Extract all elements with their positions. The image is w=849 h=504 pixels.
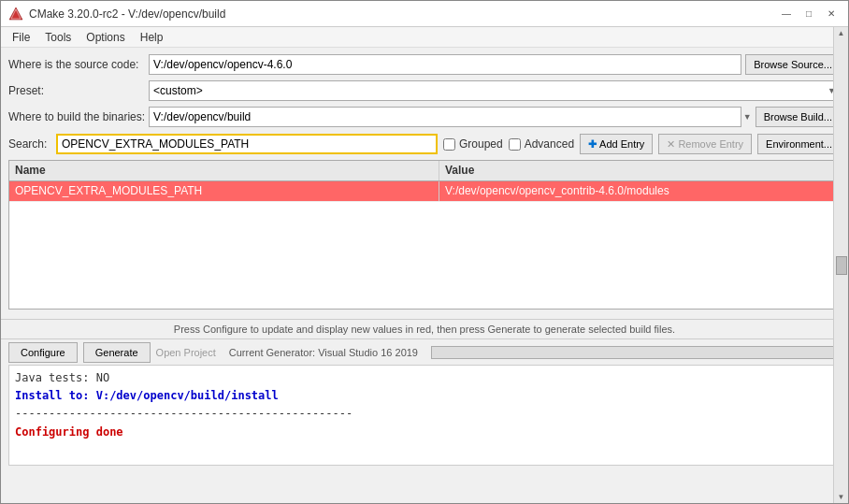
configure-button[interactable]: Configure bbox=[8, 342, 78, 363]
cmake-logo-icon bbox=[8, 7, 23, 22]
output-line-4: ----------------------------------------… bbox=[15, 405, 834, 423]
menu-tools[interactable]: Tools bbox=[37, 29, 79, 45]
open-project-label: Open Project bbox=[156, 347, 216, 358]
build-dropdown-arrow[interactable]: ▼ bbox=[743, 112, 752, 122]
preset-dropdown[interactable]: <custom> ▼ bbox=[149, 80, 841, 101]
search-label: Search: bbox=[8, 137, 50, 151]
vertical-scrollbar[interactable]: ▲ ▼ bbox=[833, 48, 848, 503]
minimize-button[interactable]: — bbox=[777, 7, 796, 22]
grouped-checkbox-group: Grouped bbox=[443, 137, 503, 151]
table-header-value: Value bbox=[439, 161, 840, 180]
table-cell-name: OPENCV_EXTRA_MODULES_PATH bbox=[9, 181, 439, 201]
menu-options[interactable]: Options bbox=[79, 29, 132, 45]
progress-bar bbox=[431, 346, 841, 359]
status-bar: Press Configure to update and display ne… bbox=[1, 319, 848, 338]
grouped-checkbox[interactable] bbox=[443, 138, 455, 151]
status-message: Press Configure to update and display ne… bbox=[174, 324, 675, 335]
add-entry-label: Add Entry bbox=[599, 138, 644, 150]
output-line-6: Configuring done bbox=[15, 424, 834, 441]
menu-bar: File Tools Options Help bbox=[1, 27, 848, 48]
advanced-checkbox-group: Advanced bbox=[509, 137, 574, 151]
window-controls: — □ ✕ bbox=[777, 7, 841, 22]
app-window: CMake 3.20.0-rc2 - V:/dev/opencv/build —… bbox=[0, 0, 849, 504]
add-entry-button[interactable]: ✚ Add Entry bbox=[580, 134, 653, 154]
generate-button[interactable]: Generate bbox=[83, 342, 151, 363]
table-row[interactable]: OPENCV_EXTRA_MODULES_PATH V:/dev/opencv/… bbox=[9, 181, 840, 202]
preset-row: Preset: <custom> ▼ bbox=[8, 79, 841, 102]
toolbar-row: Search: Grouped Advanced ✚ Add Entry ✕ R… bbox=[8, 132, 841, 156]
output-line-3: Install to: V:/dev/opencv/build/install bbox=[15, 387, 834, 405]
build-row: Where to build the binaries: ▼ Browse Bu… bbox=[8, 106, 841, 128]
table-header-name: Name bbox=[9, 161, 439, 180]
form-area: Where is the source code: Browse Source.… bbox=[1, 48, 848, 315]
menu-file[interactable]: File bbox=[5, 29, 37, 45]
search-input[interactable] bbox=[56, 134, 438, 154]
variables-table: Name Value OPENCV_EXTRA_MODULES_PATH V:/… bbox=[8, 160, 841, 310]
remove-entry-button[interactable]: ✕ Remove Entry bbox=[658, 134, 752, 154]
scroll-thumb[interactable] bbox=[836, 256, 847, 275]
advanced-label: Advanced bbox=[525, 137, 574, 151]
source-input[interactable] bbox=[149, 54, 741, 75]
source-row: Where is the source code: Browse Source.… bbox=[8, 53, 841, 76]
advanced-checkbox[interactable] bbox=[509, 138, 521, 151]
remove-entry-label: Remove Entry bbox=[678, 138, 743, 150]
environment-button[interactable]: Environment... bbox=[757, 134, 841, 154]
close-button[interactable]: ✕ bbox=[822, 7, 841, 22]
table-header: Name Value bbox=[9, 161, 840, 181]
title-bar: CMake 3.20.0-rc2 - V:/dev/opencv/build —… bbox=[1, 1, 848, 27]
output-line-1: Java tests: NO bbox=[15, 369, 834, 387]
scroll-down-icon[interactable]: ▼ bbox=[838, 493, 845, 501]
maximize-button[interactable]: □ bbox=[799, 7, 818, 22]
table-cell-value: V:/dev/opencv/opencv_contrib-4.6.0/modul… bbox=[439, 181, 840, 201]
title-bar-left: CMake 3.20.0-rc2 - V:/dev/opencv/build bbox=[8, 7, 225, 22]
plus-icon: ✚ bbox=[588, 138, 597, 151]
window-title: CMake 3.20.0-rc2 - V:/dev/opencv/build bbox=[29, 7, 225, 21]
browse-source-button[interactable]: Browse Source... bbox=[745, 54, 841, 75]
grouped-label: Grouped bbox=[459, 137, 503, 151]
main-content: Where is the source code: Browse Source.… bbox=[1, 48, 848, 503]
source-label: Where is the source code: bbox=[8, 58, 149, 71]
preset-value: <custom> bbox=[153, 84, 203, 97]
browse-build-button[interactable]: Browse Build... bbox=[755, 107, 841, 127]
preset-label: Preset: bbox=[8, 84, 149, 97]
output-panel: Java tests: NO Install to: V:/dev/opencv… bbox=[8, 365, 841, 466]
generator-label: Current Generator: Visual Studio 16 2019 bbox=[229, 347, 418, 358]
menu-help[interactable]: Help bbox=[133, 29, 171, 45]
build-input[interactable] bbox=[149, 107, 741, 127]
x-icon: ✕ bbox=[667, 138, 675, 151]
build-label: Where to build the binaries: bbox=[8, 110, 149, 123]
bottom-toolbar: Configure Generate Open Project Current … bbox=[1, 338, 848, 365]
